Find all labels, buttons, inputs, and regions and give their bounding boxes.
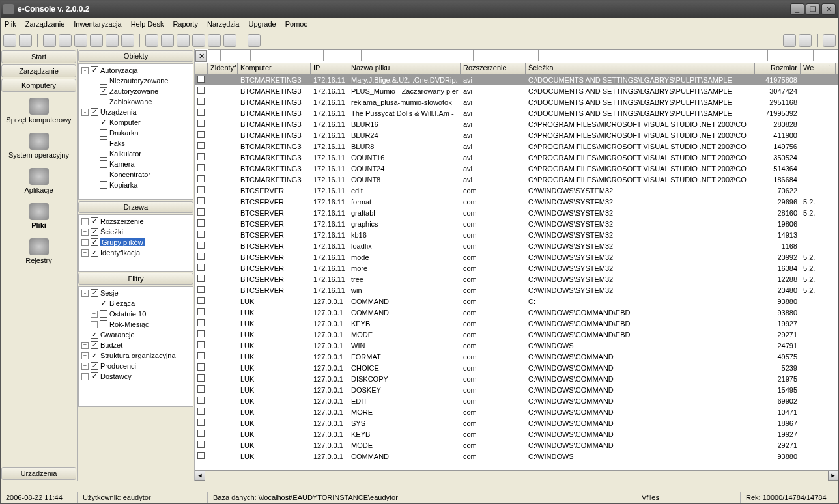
tree-checkbox[interactable]: [100, 160, 107, 168]
cell-chk[interactable]: [195, 208, 208, 217]
table-row[interactable]: LUK127.0.0.1COMMANDcomC:93880: [195, 296, 838, 307]
cell-chk[interactable]: [195, 363, 208, 372]
col-filter-id[interactable]: [221, 49, 251, 61]
col-filter-path[interactable]: [539, 49, 768, 61]
table-row[interactable]: LUK127.0.0.1SYScomC:\WINDOWS\COMMAND1896…: [195, 417, 838, 428]
row-checkbox[interactable]: [197, 98, 205, 105]
nav-urzadzenia[interactable]: Urządzenia: [1, 467, 76, 480]
tree-item[interactable]: Zablokowane: [79, 96, 193, 107]
cell-chk[interactable]: [195, 242, 208, 250]
row-checkbox[interactable]: [197, 397, 205, 404]
cell-chk[interactable]: [195, 408, 208, 416]
panel-filters[interactable]: -✓Sesje✓Bieżąca+Ostatnie 10+Rok-Miesiąc✓…: [78, 286, 193, 407]
table-row[interactable]: BTCSERVER172.16.11treecomC:\WINDOWS\SYST…: [195, 273, 838, 285]
tree-expand-icon[interactable]: +: [81, 363, 89, 370]
tree-item[interactable]: ✓Bieżąca: [79, 298, 193, 309]
grid-hscrollbar[interactable]: ◄ ►: [195, 470, 838, 481]
table-row[interactable]: BTCSERVER172.16.11graftablcomC:\WINDOWS\…: [195, 207, 838, 218]
row-checkbox[interactable]: [197, 76, 205, 83]
table-row[interactable]: LUK127.0.0.1EDITcomC:\WINDOWS\COMMAND699…: [195, 395, 838, 406]
tree-item[interactable]: Kopiarka: [79, 180, 193, 190]
toolbar-btn-0[interactable]: [3, 34, 16, 47]
tree-checkbox[interactable]: [100, 181, 107, 189]
cell-chk[interactable]: [195, 186, 208, 195]
table-row[interactable]: LUK127.0.0.1MODEcomC:\WINDOWS\COMMAND\EB…: [195, 329, 838, 340]
toolbar-print-btn[interactable]: [799, 34, 812, 47]
tree-item[interactable]: ✓Gwarancje: [79, 329, 193, 340]
col-filter-comp[interactable]: [251, 49, 324, 61]
menu-plik[interactable]: Plik: [5, 20, 16, 28]
tree-item[interactable]: +✓Producenci: [79, 361, 193, 371]
cell-chk[interactable]: [195, 164, 208, 173]
col-header-path[interactable]: Ścieżka: [526, 63, 755, 74]
row-checkbox[interactable]: [197, 142, 205, 149]
tree-expand-icon[interactable]: +: [81, 239, 89, 246]
nav-komputery[interactable]: Komputery: [1, 79, 76, 92]
toolbar-btn-6[interactable]: [106, 34, 119, 47]
toolbar-btn-1[interactable]: [19, 34, 32, 47]
tree-checkbox[interactable]: [100, 98, 107, 105]
close-button[interactable]: ✕: [821, 3, 836, 15]
table-row[interactable]: BTCSERVER172.16.11graphicscomC:\WINDOWS\…: [195, 218, 838, 229]
panel-objects[interactable]: -✓AutoryzacjaNiezautoryzowane✓Zautoryzow…: [78, 63, 193, 200]
col-filter-we[interactable]: [814, 49, 838, 61]
cell-chk[interactable]: [195, 109, 208, 117]
table-row[interactable]: BTCMARKETING3172.16.11COUNT8aviC:\PROGRA…: [195, 174, 838, 185]
col-header-chk[interactable]: [195, 63, 208, 74]
tree-item[interactable]: ✓Komputer: [79, 117, 193, 128]
tree-checkbox[interactable]: ✓: [91, 372, 98, 380]
cell-chk[interactable]: [195, 286, 208, 294]
cell-chk[interactable]: [195, 330, 208, 339]
table-row[interactable]: LUK127.0.0.1FORMATcomC:\WINDOWS\COMMAND4…: [195, 351, 838, 362]
table-row[interactable]: LUK127.0.0.1MODEcomC:\WINDOWS\COMMAND292…: [195, 440, 838, 451]
col-header-fname[interactable]: Nazwa pliku: [348, 63, 461, 74]
col-filter-fname[interactable]: [362, 49, 474, 61]
minimize-button[interactable]: _: [790, 3, 804, 15]
tree-item[interactable]: +Rok-Miesiąc: [79, 319, 193, 329]
tree-item[interactable]: -✓Sesje: [79, 288, 193, 298]
toolbar-btn-8[interactable]: [145, 34, 158, 47]
tree-expand-icon[interactable]: -: [81, 109, 89, 116]
row-checkbox[interactable]: [197, 408, 205, 415]
tree-expand-icon[interactable]: -: [81, 67, 89, 74]
tree-item[interactable]: Kamera: [79, 159, 193, 169]
cell-chk[interactable]: [195, 120, 208, 128]
toolbar-btn-14[interactable]: [248, 34, 261, 47]
tree-item[interactable]: ✓Zautoryzowane: [79, 86, 193, 96]
nav-zarzadzanie[interactable]: Zarządzanie: [1, 64, 76, 77]
col-filter-ip[interactable]: [324, 49, 362, 61]
toolbar-btn-4[interactable]: [74, 34, 87, 47]
grid-rows[interactable]: BTCMARKETING3172.16.11Mary.J.Blige.&.U2.…: [195, 74, 838, 470]
grid-filter-row[interactable]: [208, 49, 838, 61]
table-row[interactable]: LUK127.0.0.1KEYBcomC:\WINDOWS\COMMAND\EB…: [195, 318, 838, 329]
toolbar-btn-9[interactable]: [161, 34, 174, 47]
row-checkbox[interactable]: [197, 153, 205, 160]
tree-checkbox[interactable]: ✓: [91, 331, 98, 339]
tree-checkbox[interactable]: ✓: [100, 87, 107, 95]
table-row[interactable]: LUK127.0.0.1MOREcomC:\WINDOWS\COMMAND104…: [195, 406, 838, 417]
tree-checkbox[interactable]: ✓: [100, 119, 107, 126]
col-header-we[interactable]: We: [801, 63, 825, 74]
table-row[interactable]: BTCSERVER172.16.11formatcomC:\WINDOWS\SY…: [195, 196, 838, 207]
row-checkbox[interactable]: [197, 175, 205, 182]
table-row[interactable]: BTCSERVER172.16.11loadfixcomC:\WINDOWS\S…: [195, 240, 838, 251]
toolbar-btn-11[interactable]: [192, 34, 205, 47]
row-checkbox[interactable]: [197, 208, 205, 216]
cell-chk[interactable]: [195, 397, 208, 405]
tree-checkbox[interactable]: [100, 320, 107, 328]
cell-chk[interactable]: [195, 76, 208, 84]
tree-checkbox[interactable]: [100, 139, 107, 147]
row-checkbox[interactable]: [197, 87, 205, 94]
nav-item-aplikacje[interactable]: Aplikacje: [1, 165, 77, 201]
tree-item[interactable]: +✓Dostawcy: [79, 371, 193, 382]
table-row[interactable]: BTCMARKETING3172.16.11BLUR8aviC:\PROGRAM…: [195, 141, 838, 152]
cell-chk[interactable]: [195, 142, 208, 150]
tree-checkbox[interactable]: ✓: [91, 249, 98, 257]
col-filter-chk[interactable]: [208, 49, 221, 61]
tree-item[interactable]: Faks: [79, 138, 193, 148]
row-checkbox[interactable]: [197, 219, 205, 227]
tree-item[interactable]: +✓Struktura organizacyjna: [79, 350, 193, 361]
table-row[interactable]: LUK127.0.0.1DISKCOPYcomC:\WINDOWS\COMMAN…: [195, 373, 838, 384]
menu-inwentaryzacja[interactable]: Inwentaryzacja: [74, 20, 121, 28]
cell-chk[interactable]: [195, 341, 208, 350]
